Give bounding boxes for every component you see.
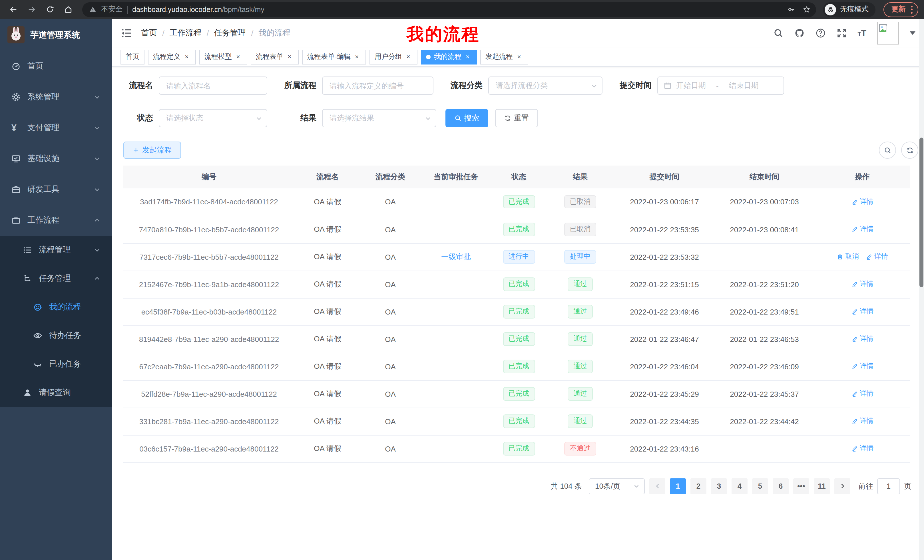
process-input[interactable] bbox=[322, 77, 433, 94]
page-size-select[interactable]: 10条/页 bbox=[589, 478, 645, 494]
status-badge: 已完成 bbox=[503, 442, 535, 455]
详情-action-link[interactable]: 详情 bbox=[851, 225, 873, 234]
详情-action-link[interactable]: 详情 bbox=[851, 444, 873, 454]
sidebar-item-支付管理[interactable]: ¥支付管理 bbox=[0, 112, 112, 143]
breadcrumb-home[interactable]: 首页 bbox=[141, 28, 157, 38]
tab-发起流程[interactable]: 发起流程× bbox=[480, 49, 528, 64]
sidebar-item-我的流程[interactable]: 我的流程 bbox=[0, 293, 112, 321]
create-process-button[interactable]: 发起流程 bbox=[123, 142, 181, 159]
task-link[interactable]: 一级审批 bbox=[441, 252, 471, 261]
result-select[interactable]: 请选择流结果 bbox=[322, 109, 436, 127]
filter-row-1: 流程名 所属流程 流程分类 请选择流程分类 提交时间 开始日期 - 结束日期 bbox=[123, 76, 913, 95]
home-icon[interactable] bbox=[60, 2, 75, 17]
page-button-5[interactable]: 5 bbox=[752, 478, 768, 494]
next-page-button[interactable] bbox=[834, 478, 850, 494]
page-button-4[interactable]: 4 bbox=[732, 478, 747, 494]
status-badge: 已完成 bbox=[503, 415, 535, 428]
tab-close-icon[interactable]: × bbox=[464, 53, 472, 61]
sidebar-collapse-icon[interactable] bbox=[120, 27, 132, 39]
category-select[interactable]: 请选择流程分类 bbox=[488, 76, 603, 95]
详情-action-link[interactable]: 详情 bbox=[851, 307, 873, 316]
tab-流程模型[interactable]: 流程模型× bbox=[199, 49, 247, 64]
browser-menu-icon[interactable] bbox=[911, 5, 913, 13]
name-input[interactable] bbox=[159, 77, 267, 94]
tab-用户分组[interactable]: 用户分组× bbox=[369, 49, 417, 64]
tab-流程表单[interactable]: 流程表单× bbox=[251, 49, 298, 64]
back-icon[interactable] bbox=[6, 2, 21, 17]
详情-action-link[interactable]: 详情 bbox=[851, 334, 873, 344]
sidebar-item-基础设施[interactable]: 基础设施 bbox=[0, 143, 112, 174]
end-time: 2022-01-22 23:45:37 bbox=[714, 380, 814, 407]
page-content: 流程名 所属流程 流程分类 请选择流程分类 提交时间 开始日期 - 结束日期 bbox=[112, 67, 924, 494]
prev-page-button[interactable] bbox=[650, 478, 665, 494]
page-button-2[interactable]: 2 bbox=[690, 478, 706, 494]
sidebar-item-任务管理[interactable]: 任务管理 bbox=[0, 264, 112, 293]
security-label: 不安全 bbox=[101, 4, 123, 14]
sidebar-item-请假查询[interactable]: 请假查询 bbox=[0, 379, 112, 407]
pagination-ellipsis[interactable]: ••• bbox=[793, 478, 809, 494]
详情-action-link[interactable]: 详情 bbox=[866, 252, 888, 262]
tab-close-icon[interactable]: × bbox=[285, 53, 294, 61]
refresh-table-button[interactable] bbox=[901, 142, 918, 159]
sidebar-item-工作流程[interactable]: 工作流程 bbox=[0, 205, 112, 236]
toggle-search-button[interactable] bbox=[879, 142, 896, 159]
取消-action-link[interactable]: 取消 bbox=[837, 252, 859, 262]
tab-流程表单-编辑[interactable]: 流程表单-编辑× bbox=[302, 49, 366, 64]
详情-action-link[interactable]: 详情 bbox=[851, 279, 873, 289]
date-range-picker[interactable]: 开始日期 - 结束日期 bbox=[657, 76, 784, 95]
page-jump-input[interactable] bbox=[877, 478, 900, 494]
sidebar-item-首页[interactable]: 首页 bbox=[0, 51, 112, 82]
toolbox-icon bbox=[11, 185, 21, 194]
page-button-11[interactable]: 11 bbox=[814, 478, 830, 494]
page-button-6[interactable]: 6 bbox=[772, 478, 789, 494]
scrollbar-thumb[interactable] bbox=[920, 138, 923, 287]
sidebar-item-流程管理[interactable]: 流程管理 bbox=[0, 236, 112, 264]
sidebar-item-研发工具[interactable]: 研发工具 bbox=[0, 174, 112, 205]
tab-首页[interactable]: 首页 bbox=[120, 49, 144, 64]
详情-action-link[interactable]: 详情 bbox=[851, 389, 873, 399]
key-icon[interactable] bbox=[788, 6, 795, 13]
tab-close-icon[interactable]: × bbox=[353, 53, 361, 61]
tab-close-icon[interactable]: × bbox=[515, 53, 523, 61]
sidebar-item-已办任务[interactable]: 已办任务 bbox=[0, 350, 112, 379]
sidebar-item-待办任务[interactable]: 待办任务 bbox=[0, 321, 112, 350]
process-id: ec45f38f-7b9a-11ec-b03b-acde48001122 bbox=[123, 298, 295, 325]
window-scrollbar[interactable] bbox=[919, 19, 924, 560]
详情-action-link[interactable]: 详情 bbox=[851, 362, 873, 371]
page-button-1[interactable]: 1 bbox=[670, 478, 686, 494]
详情-action-link[interactable]: 详情 bbox=[851, 416, 873, 426]
fullscreen-icon[interactable] bbox=[836, 28, 847, 38]
tab-close-icon[interactable]: × bbox=[234, 53, 242, 61]
forward-icon[interactable] bbox=[24, 2, 39, 17]
avatar[interactable] bbox=[877, 21, 899, 44]
reset-button[interactable]: 重置 bbox=[495, 109, 538, 127]
avatar-dropdown-icon[interactable] bbox=[910, 31, 915, 34]
tab-我的流程[interactable]: 我的流程× bbox=[421, 49, 477, 64]
reload-icon[interactable] bbox=[42, 2, 57, 17]
search-icon[interactable] bbox=[773, 28, 783, 38]
update-button[interactable]: 更新 bbox=[884, 2, 918, 17]
page-button-3[interactable]: 3 bbox=[711, 478, 727, 494]
column-header-结果: 结果 bbox=[546, 166, 615, 189]
tab-label: 我的流程 bbox=[434, 52, 461, 61]
tab-close-icon[interactable]: × bbox=[404, 53, 412, 61]
详情-action-link[interactable]: 详情 bbox=[851, 197, 873, 207]
tab-流程定义[interactable]: 流程定义× bbox=[148, 49, 196, 64]
search-button[interactable]: 搜索 bbox=[446, 109, 488, 127]
current-task bbox=[420, 189, 492, 216]
end-time: 2022-01-22 23:46:53 bbox=[714, 325, 814, 353]
sidebar-item-系统管理[interactable]: 系统管理 bbox=[0, 82, 112, 112]
github-icon[interactable] bbox=[794, 28, 804, 38]
name-filter-label: 流程名 bbox=[123, 81, 153, 91]
font-size-icon[interactable]: TT bbox=[858, 28, 866, 38]
process-name: OA 请假 bbox=[295, 216, 360, 243]
process-name: OA 请假 bbox=[295, 353, 360, 380]
breadcrumb-workflow[interactable]: 工作流程 bbox=[170, 28, 202, 38]
tab-close-icon[interactable]: × bbox=[183, 53, 191, 61]
status-select[interactable]: 请选择状态 bbox=[159, 109, 267, 127]
app-logo[interactable]: 芋道管理系统 bbox=[0, 19, 112, 51]
bookmark-star-icon[interactable] bbox=[803, 6, 810, 13]
address-bar[interactable]: 不安全 dashboard.yudao.iocoder.cn/bpm/task/… bbox=[82, 2, 816, 17]
breadcrumb-task[interactable]: 任务管理 bbox=[214, 28, 246, 38]
help-icon[interactable] bbox=[815, 28, 825, 38]
